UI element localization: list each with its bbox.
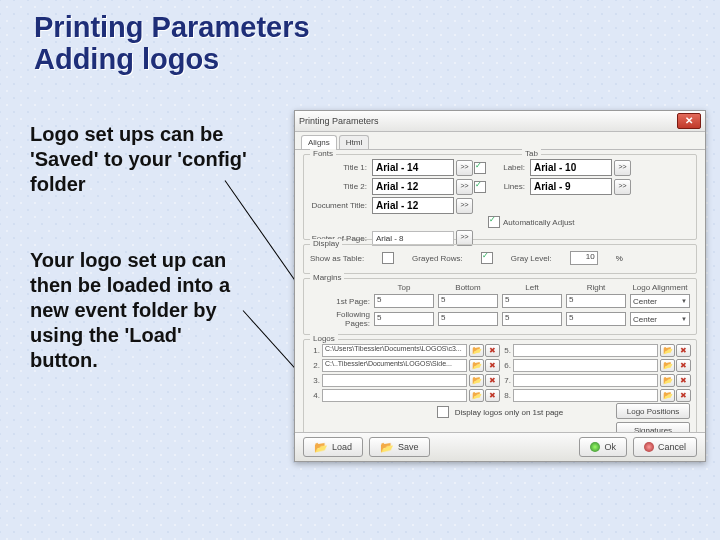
title-line2: Adding logos (34, 43, 219, 75)
tab-lines-font-field[interactable]: Arial - 9 (530, 178, 612, 195)
title1-font-button[interactable]: >> (456, 160, 473, 176)
logo-delete-5[interactable]: ✖ (676, 344, 691, 357)
display-group: Display Show as Table: Grayed Rows: Gray… (303, 244, 697, 274)
col-align: Logo Alignment (630, 283, 690, 292)
slide-title: Printing Parameters Adding logos (34, 12, 310, 76)
first-left[interactable]: 5 (502, 294, 562, 308)
title2-font-field[interactable]: Arial - 12 (372, 178, 454, 195)
logo-path-3[interactable] (322, 374, 467, 387)
first-right[interactable]: 5 (566, 294, 626, 308)
save-button[interactable]: 📂 Save (369, 437, 430, 457)
logo-path-6[interactable] (513, 359, 658, 372)
tab-aligns[interactable]: Aligns (301, 135, 337, 149)
logo-browse-8[interactable]: 📂 (660, 389, 675, 402)
title1-checkbox[interactable] (474, 162, 486, 174)
first-bottom[interactable]: 5 (438, 294, 498, 308)
slide-paragraph-1: Logo set ups can be 'Saved' to your 'con… (30, 122, 250, 197)
logo-num-1: 1. (310, 346, 320, 355)
ok-button[interactable]: Ok (579, 437, 627, 457)
title-line1: Printing Parameters (34, 11, 310, 43)
logo-num-2: 2. (310, 361, 320, 370)
title2-label: Title 2: (310, 182, 370, 191)
logo-browse-5[interactable]: 📂 (660, 344, 675, 357)
cancel-button[interactable]: Cancel (633, 437, 697, 457)
dialog-tabs: Aligns Html (295, 132, 705, 150)
tab-html[interactable]: Html (339, 135, 369, 149)
col-right: Right (566, 283, 626, 292)
following-left[interactable]: 5 (502, 312, 562, 326)
doctitle-font-button[interactable]: >> (456, 198, 473, 214)
logo-positions-button[interactable]: Logo Positions (616, 403, 690, 419)
doctitle-font-field[interactable]: Arial - 12 (372, 197, 454, 214)
logo-path-2[interactable]: C:\..Tibessler\Documents\LOGOS\Side... (322, 359, 467, 372)
logo-delete-2[interactable]: ✖ (485, 359, 500, 372)
display-group-title: Display (310, 239, 342, 248)
logo-num-4: 4. (310, 391, 320, 400)
chevron-down-icon: ▼ (681, 298, 687, 304)
fonts-group: Fonts Tab Title 1: Arial - 14 >> Label: … (303, 154, 697, 240)
margins-group-title: Margins (310, 273, 344, 282)
logo-path-1[interactable]: C:\Users\Tibessler\Documents\LOGOS\c3... (322, 344, 467, 357)
logo-path-8[interactable] (513, 389, 658, 402)
title1-label: Title 1: (310, 163, 370, 172)
title2-checkbox[interactable] (474, 181, 486, 193)
close-icon[interactable]: ✕ (677, 113, 701, 129)
gray-level-label: Gray Level: (511, 254, 552, 263)
logo-browse-4[interactable]: 📂 (469, 389, 484, 402)
logo-path-5[interactable] (513, 344, 658, 357)
logo-browse-1[interactable]: 📂 (469, 344, 484, 357)
tab-label-font-field[interactable]: Arial - 10 (530, 159, 612, 176)
tab-label-label: Label: (488, 163, 528, 172)
logo-browse-7[interactable]: 📂 (660, 374, 675, 387)
load-button[interactable]: 📂 Load (303, 437, 363, 457)
show-as-table-checkbox[interactable] (382, 252, 394, 264)
first-top[interactable]: 5 (374, 294, 434, 308)
logo-delete-4[interactable]: ✖ (485, 389, 500, 402)
grayed-rows-checkbox[interactable] (481, 252, 493, 264)
following-right[interactable]: 5 (566, 312, 626, 326)
following-bottom[interactable]: 5 (438, 312, 498, 326)
load-icon: 📂 (314, 441, 328, 454)
tab-label-font-button[interactable]: >> (614, 160, 631, 176)
logo-path-4[interactable] (322, 389, 467, 402)
following-top[interactable]: 5 (374, 312, 434, 326)
logo-num-7: 7. (501, 376, 511, 385)
gray-level-field[interactable]: 10 (570, 251, 598, 265)
following-pages-label: Following Pages: (310, 310, 370, 328)
title2-font-button[interactable]: >> (456, 179, 473, 195)
logos-group-title: Logos (310, 334, 338, 343)
logo-delete-6[interactable]: ✖ (676, 359, 691, 372)
logo-num-3: 3. (310, 376, 320, 385)
logo-browse-3[interactable]: 📂 (469, 374, 484, 387)
first-align-select[interactable]: Center▼ (630, 294, 690, 308)
first-page-only-checkbox[interactable] (437, 406, 449, 418)
first-page-label: 1st Page: (310, 297, 370, 306)
dialog-titlebar: Printing Parameters ✕ (295, 111, 705, 132)
col-top: Top (374, 283, 434, 292)
logo-path-7[interactable] (513, 374, 658, 387)
save-icon: 📂 (380, 441, 394, 454)
title1-font-field[interactable]: Arial - 14 (372, 159, 454, 176)
slide-paragraph-2: Your logo set up can then be loaded into… (30, 248, 250, 373)
ok-icon (590, 442, 600, 452)
auto-adjust-checkbox[interactable] (488, 216, 500, 228)
gray-level-pct: % (616, 254, 623, 263)
logo-delete-7[interactable]: ✖ (676, 374, 691, 387)
show-as-table-label: Show as Table: (310, 254, 364, 263)
logo-browse-2[interactable]: 📂 (469, 359, 484, 372)
logo-delete-3[interactable]: ✖ (485, 374, 500, 387)
cancel-icon (644, 442, 654, 452)
following-align-select[interactable]: Center▼ (630, 312, 690, 326)
tab-lines-font-button[interactable]: >> (614, 179, 631, 195)
dialog-title: Printing Parameters (299, 116, 379, 126)
tab-lines-label: Lines: (488, 182, 528, 191)
first-page-only-label: Display logos only on 1st page (455, 408, 564, 417)
logo-browse-6[interactable]: 📂 (660, 359, 675, 372)
dialog-bottombar: 📂 Load 📂 Save Ok Cancel (295, 432, 705, 461)
logo-delete-1[interactable]: ✖ (485, 344, 500, 357)
logo-num-8: 8. (501, 391, 511, 400)
logo-delete-8[interactable]: ✖ (676, 389, 691, 402)
col-bottom: Bottom (438, 283, 498, 292)
fonts-group-title: Fonts (310, 149, 336, 158)
printing-parameters-dialog: Printing Parameters ✕ Aligns Html Fonts … (294, 110, 706, 462)
